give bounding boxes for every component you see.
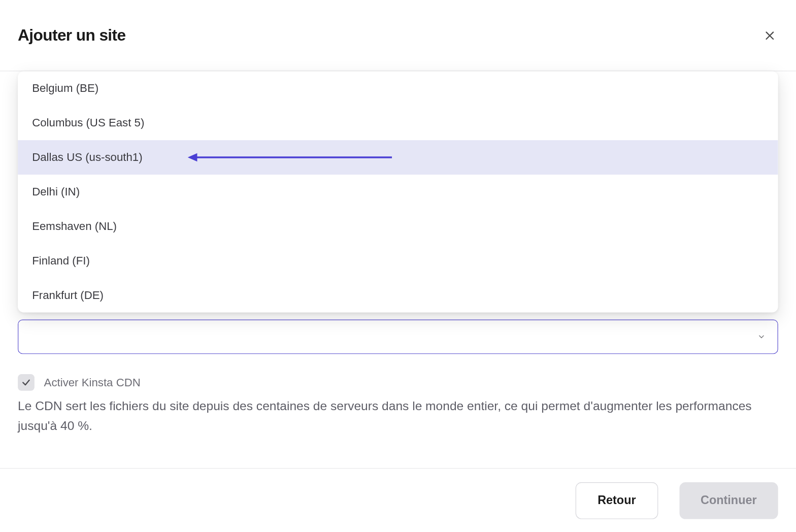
dropdown-item-label: Delhi (IN) bbox=[32, 185, 80, 198]
dropdown-item-frankfurt[interactable]: Frankfurt (DE) bbox=[18, 278, 778, 313]
dropdown-item-belgium[interactable]: Belgium (BE) bbox=[18, 71, 778, 106]
back-button[interactable]: Retour bbox=[576, 482, 658, 519]
modal-header: Ajouter un site bbox=[0, 0, 796, 71]
dropdown-item-label: Belgium (BE) bbox=[32, 82, 98, 94]
cdn-section: Activer Kinsta CDN Le CDN sert les fichi… bbox=[18, 374, 778, 436]
dropdown-item-label: Finland (FI) bbox=[32, 254, 90, 267]
check-icon bbox=[21, 378, 31, 387]
dropdown-item-label: Frankfurt (DE) bbox=[32, 289, 104, 302]
dropdown-item-label: Eemshaven (NL) bbox=[32, 220, 117, 232]
cdn-description: Le CDN sert les fichiers du site depuis … bbox=[18, 397, 778, 436]
back-button-label: Retour bbox=[598, 493, 636, 507]
dropdown-item-label: Columbus (US East 5) bbox=[32, 116, 144, 129]
dropdown-item-finland[interactable]: Finland (FI) bbox=[18, 244, 778, 278]
dropdown-item-delhi[interactable]: Delhi (IN) bbox=[18, 175, 778, 209]
chevron-down-icon bbox=[757, 332, 766, 341]
dropdown-item-dallas[interactable]: Dallas US (us-south1) bbox=[18, 140, 778, 175]
dropdown-item-columbus[interactable]: Columbus (US East 5) bbox=[18, 106, 778, 140]
datacenter-dropdown-panel: Belgium (BE) Columbus (US East 5) Dallas… bbox=[18, 71, 778, 312]
continue-button-label: Continuer bbox=[701, 493, 756, 507]
close-icon bbox=[764, 29, 776, 41]
continue-button[interactable]: Continuer bbox=[679, 482, 778, 519]
datacenter-select[interactable] bbox=[18, 319, 778, 354]
annotation-arrow-icon bbox=[188, 152, 392, 163]
dropdown-item-label: Dallas US (us-south1) bbox=[32, 151, 142, 163]
dropdown-item-eemshaven[interactable]: Eemshaven (NL) bbox=[18, 209, 778, 244]
svg-marker-3 bbox=[188, 153, 197, 161]
modal-footer: Retour Continuer bbox=[0, 468, 796, 532]
modal-title: Ajouter un site bbox=[18, 26, 125, 44]
cdn-checkbox[interactable] bbox=[18, 374, 35, 391]
cdn-checkbox-label: Activer Kinsta CDN bbox=[44, 376, 141, 389]
close-button[interactable] bbox=[761, 27, 778, 44]
